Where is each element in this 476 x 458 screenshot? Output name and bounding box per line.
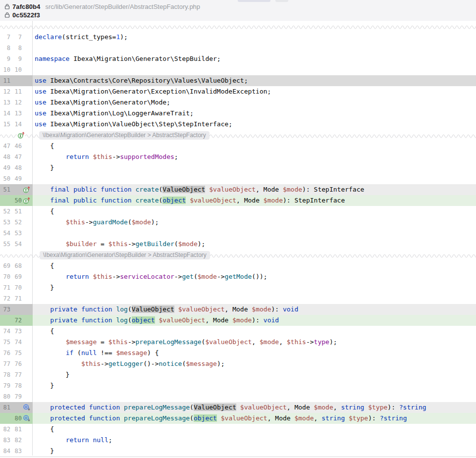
gutter: 77 [0, 32, 33, 43]
code-line: 5251 { [0, 206, 476, 217]
gutter: 88 [0, 43, 33, 53]
old-line-number: 50 [0, 173, 10, 184]
overridden-gutter-icon[interactable] [22, 414, 31, 422]
old-line-number: 74 [0, 326, 10, 337]
implements-gutter-icon[interactable] [22, 197, 31, 204]
code-text: $message = $this->prepareLogMessage($val… [33, 337, 476, 348]
new-line-number: 13 [11, 108, 22, 119]
new-line-number: 75 [11, 348, 22, 358]
gutter: 7675 [0, 348, 33, 358]
gutter: 7877 [0, 369, 33, 380]
code-text: use Ibexa\Migration\Generator\Mode; [33, 97, 476, 108]
gutter: 1312 [0, 97, 33, 108]
old-line-number: 73 [0, 304, 10, 315]
new-line-number: 68 [11, 260, 22, 271]
new-line-number: 9 [11, 53, 22, 64]
old-line-number: 13 [0, 97, 10, 108]
code-text: { [33, 206, 476, 217]
old-line-number: 15 [0, 119, 10, 130]
code-line: 4948 } [0, 162, 476, 173]
code-text: } [33, 282, 476, 293]
code-line: 77declare(strict_types=1); [0, 32, 476, 43]
code-text [33, 228, 476, 239]
new-line-number: 51 [11, 206, 22, 217]
new-line-number: 70 [11, 282, 22, 293]
new-line-number: 81 [11, 424, 22, 435]
old-line-number: 47 [0, 141, 10, 152]
new-line-number: 69 [11, 271, 22, 282]
new-line-number: 76 [11, 358, 22, 369]
new-line-number: 82 [11, 435, 22, 446]
new-line-number: 11 [11, 86, 22, 97]
gutter: 1413 [0, 108, 33, 119]
old-line-number: 75 [0, 337, 10, 348]
code-text: protected function prepareLogMessage(Val… [33, 402, 476, 413]
old-line-number: 52 [0, 206, 10, 217]
code-line: 4746 { [0, 141, 476, 152]
old-line-number: 8 [0, 43, 10, 53]
implements-gutter-icon[interactable] [22, 186, 31, 194]
fold-wave [0, 130, 17, 141]
code-text: use Ibexa\Migration\Generator\Exception\… [33, 86, 476, 97]
code-line: 5453 [0, 228, 476, 239]
diff-removed-line: 11use Ibexa\Contracts\Core\Repository\Va… [0, 75, 476, 86]
code-text: } [33, 380, 476, 391]
code-text: namespace Ibexa\Migration\Generator\Step… [33, 53, 476, 64]
code-text: return $this->serviceLocator->get($mode-… [33, 271, 476, 282]
old-line-number: 83 [0, 435, 10, 446]
old-line-number: 78 [0, 369, 10, 380]
gutter: 7776 [0, 358, 33, 369]
diff-code-area: 77declare(strict_types=1);8899namespace … [0, 21, 476, 457]
code-line: 7776 $this->getLogger()->notice($message… [0, 358, 476, 369]
code-text [33, 43, 476, 53]
code-text [33, 391, 476, 402]
lock-icon [4, 3, 10, 9]
gutter: 6968 [0, 260, 33, 271]
gutter: 1514 [0, 119, 33, 130]
new-line-number: 50 [11, 195, 22, 206]
new-line-number: 7 [11, 32, 22, 43]
code-line: 7069 return $this->serviceLocator->get($… [0, 271, 476, 282]
gutter: 81 [0, 402, 33, 413]
old-line-number: 51 [0, 184, 10, 195]
new-line-number: 54 [11, 239, 22, 250]
code-text: use Ibexa\Migration\ValueObject\Step\Ste… [33, 119, 476, 130]
code-text: use Ibexa\Contracts\Core\Repository\Valu… [33, 75, 476, 86]
lock-icon [4, 12, 10, 18]
old-line-number: 80 [0, 391, 10, 402]
new-line-number: 8 [11, 43, 22, 53]
old-line-number: 76 [0, 348, 10, 358]
code-line: 8281 { [0, 424, 476, 435]
fold-separator: \Ibexa\Migration\Generator\StepBuilder >… [0, 130, 476, 141]
old-line-number: 82 [0, 424, 10, 435]
code-text: } [33, 162, 476, 173]
gutter: 5352 [0, 217, 33, 228]
new-line-number: 14 [11, 119, 22, 130]
new-commit-hash: 0c5522f3 [12, 11, 40, 19]
diff-removed-line: 81 protected function prepareLogMessage(… [0, 402, 476, 413]
code-text: return $this->supportedModes; [33, 152, 476, 162]
code-line: 5352 $this->guardMode($mode); [0, 217, 476, 228]
fold-wave [210, 250, 476, 260]
new-line-number: 78 [11, 380, 22, 391]
code-line: 5049 [0, 173, 476, 184]
fold-wave [25, 130, 39, 141]
overridden-gutter-icon[interactable] [22, 404, 31, 411]
code-line: 7877 } [0, 369, 476, 380]
implements-gutter-icon[interactable] [17, 131, 25, 139]
old-line-number: 11 [0, 75, 10, 86]
diff-removed-line: 73 private function log(ValueObject $val… [0, 304, 476, 315]
new-line-number: 79 [11, 391, 22, 402]
fold-breadcrumb: \Ibexa\Migration\Generator\StepBuilder >… [39, 131, 210, 140]
new-line-number: 10 [11, 64, 22, 75]
top-edge-pill [238, 0, 270, 2]
gutter: 5049 [0, 173, 33, 184]
diff-added-line: 80 protected function prepareLogMessage(… [0, 413, 476, 424]
diff-header: 7afc80b4 src/lib/Generator/StepBuilder/A… [0, 0, 476, 21]
old-line-number: 7 [0, 32, 10, 43]
gutter: 4746 [0, 141, 33, 152]
new-line-number: 49 [11, 173, 22, 184]
code-line: 7978 } [0, 380, 476, 391]
code-line: 88 [0, 43, 476, 53]
gutter: 80 [0, 413, 33, 424]
